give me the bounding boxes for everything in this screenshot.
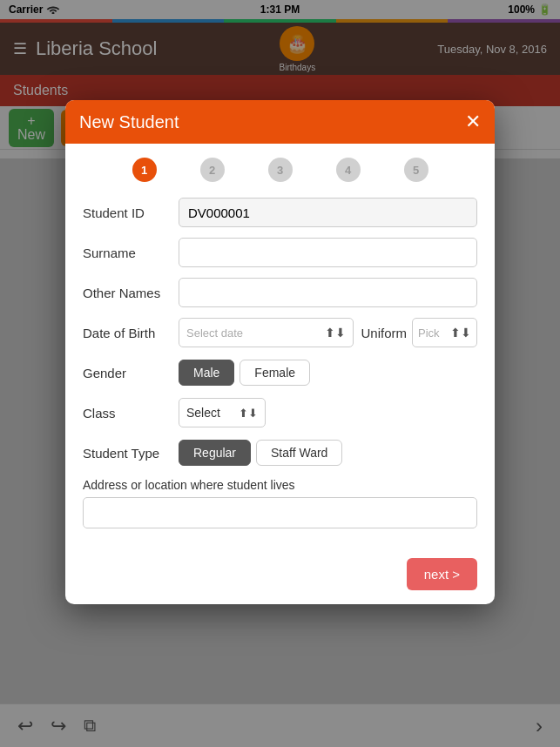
type-staff-ward-button[interactable]: Staff Ward — [256, 440, 342, 466]
modal-close-button[interactable]: ✕ — [465, 112, 481, 131]
surname-input[interactable] — [179, 238, 477, 267]
other-names-label: Other Names — [83, 286, 179, 300]
uniform-select[interactable]: Pick ⬆⬇ — [412, 318, 477, 347]
gender-female-button[interactable]: Female — [240, 360, 310, 386]
address-input[interactable] — [83, 497, 477, 528]
uniform-wrap: Uniform Pick ⬆⬇ — [361, 318, 477, 347]
gender-buttons: Male Female — [179, 360, 310, 386]
surname-row: Surname — [83, 238, 477, 267]
dob-uniform-row: Date of Birth Select date ⬆⬇ Uniform Pic… — [83, 318, 477, 347]
gender-label: Gender — [83, 366, 179, 380]
class-label: Class — [83, 406, 179, 421]
surname-label: Surname — [83, 246, 179, 260]
uniform-placeholder: Pick — [418, 326, 440, 340]
student-type-label: Student Type — [83, 446, 179, 461]
class-value: Select — [186, 406, 220, 420]
student-type-row: Student Type Regular Staff Ward — [83, 438, 477, 468]
next-btn-row: next > — [65, 551, 495, 604]
modal-header: New Student ✕ — [65, 100, 495, 144]
step-2: 2 — [200, 158, 225, 182]
student-id-row: Student ID — [83, 198, 477, 227]
other-names-input[interactable] — [179, 278, 477, 307]
date-stepper-icon: ⬆⬇ — [325, 326, 346, 340]
uniform-label: Uniform — [361, 326, 407, 340]
new-student-modal: New Student ✕ 1 2 3 4 5 Student ID Surna… — [65, 100, 495, 604]
gender-row: Gender Male Female — [83, 358, 477, 387]
class-select[interactable]: Select ⬆⬇ — [179, 398, 266, 427]
class-row: Class Select ⬆⬇ — [83, 398, 477, 427]
student-id-input[interactable] — [179, 198, 477, 227]
dob-label: Date of Birth — [83, 326, 179, 340]
step-4: 4 — [336, 158, 361, 182]
date-select-wrap: Select date ⬆⬇ Uniform Pick ⬆⬇ — [179, 318, 477, 347]
student-form: Student ID Surname Other Names Date of B… — [65, 189, 495, 551]
next-button[interactable]: next > — [407, 558, 477, 590]
uniform-stepper-icon: ⬆⬇ — [450, 326, 471, 340]
type-regular-button[interactable]: Regular — [179, 440, 251, 466]
step-5: 5 — [404, 158, 428, 182]
gender-male-button[interactable]: Male — [179, 360, 234, 386]
address-section: Address or location where student lives — [83, 478, 477, 537]
student-type-buttons: Regular Staff Ward — [179, 440, 342, 466]
class-stepper-icon: ⬆⬇ — [239, 407, 258, 420]
step-3: 3 — [268, 158, 293, 182]
date-placeholder: Select date — [186, 326, 243, 340]
step-indicators: 1 2 3 4 5 — [65, 144, 495, 189]
modal-title: New Student — [79, 112, 179, 132]
step-1: 1 — [132, 158, 157, 182]
date-input[interactable]: Select date ⬆⬇ — [179, 318, 354, 347]
other-names-row: Other Names — [83, 278, 477, 307]
student-id-label: Student ID — [83, 205, 179, 220]
address-label: Address or location where student lives — [83, 478, 477, 492]
